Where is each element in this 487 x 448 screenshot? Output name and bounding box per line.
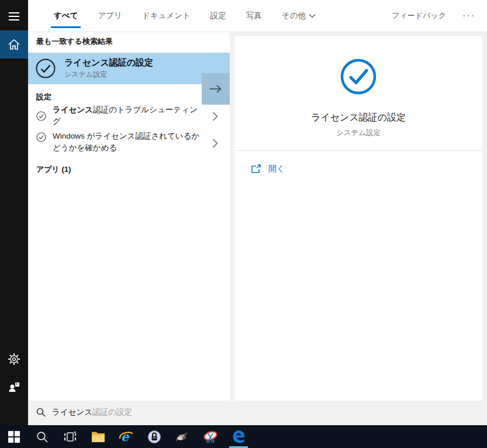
search-flyout-window: すべて アプリ ドキュメント 設定 写真 その他 フィードバック ··· 最も一… [0,0,487,448]
file-explorer-button[interactable] [84,425,112,448]
snipping-tool-button[interactable] [196,425,224,448]
preview-title: ライセンス認証の設定 [311,112,406,124]
more-options-button[interactable]: ··· [462,11,475,21]
task-view-icon [64,431,77,443]
rail-home-button[interactable] [0,30,28,58]
chevron-right-icon [212,139,219,147]
check-circle-icon [36,132,46,142]
best-match-expand-button[interactable] [202,73,230,105]
tab-more[interactable]: その他 [272,0,326,32]
search-input[interactable]: ライセンス認証の設定 [28,404,487,421]
user-account-icon [8,381,20,394]
tab-label: 写真 [246,11,262,21]
search-band: ライセンス認証の設定 [28,401,487,424]
internet-explorer-button[interactable]: e [112,425,140,448]
tab-photos[interactable]: 写真 [236,0,272,32]
tab-bar: すべて アプリ ドキュメント 設定 写真 その他 フィードバック ··· [28,0,487,32]
taskbar-search-button[interactable] [28,425,56,448]
hamburger-icon [8,12,20,21]
search-tabs: すべて アプリ ドキュメント 設定 写真 その他 [28,0,326,32]
check-circle-icon [35,58,56,79]
open-external-icon [251,164,261,174]
preview-pane: ライセンス認証の設定 システム設定 開く [234,36,482,401]
results-column: 最も一致する検索結果 ライセンス認証の設定 システム設定 設定 ライセンス認証の… [28,32,230,401]
tab-label: アプリ [98,11,122,21]
result-activation-troubleshooting[interactable]: ライセンス認証のトラブルシューティング [28,107,230,125]
start-button[interactable] [0,425,28,448]
best-match-title: ライセンス認証の設定 [64,57,153,68]
check-circle-large-icon [340,58,377,95]
matched-text: ライセンス [53,105,93,114]
preview-summary: ライセンス認証の設定 システム設定 [234,36,482,151]
best-match-texts: ライセンス認証の設定 システム設定 [64,57,153,80]
internet-explorer-icon: e [119,430,134,444]
search-icon [36,431,48,443]
edge-icon [231,429,246,444]
tab-settings[interactable]: 設定 [201,0,236,32]
open-button[interactable]: 開く [251,164,285,174]
open-label: 開く [268,164,285,174]
settings-section-header: 設定 [36,92,51,102]
search-query: ライセンス認証の設定 [52,407,132,418]
tab-label: ドキュメント [142,11,191,21]
arrow-right-icon [209,84,222,94]
result-label: ライセンス認証のトラブルシューティング [53,104,202,127]
tab-label: すべて [54,11,78,21]
best-match-subtitle: システム設定 [64,70,153,80]
tabbar-right: フィードバック ··· [392,11,487,21]
home-icon [7,37,21,51]
gimp-button[interactable] [168,425,196,448]
windows-logo-icon [8,431,20,443]
snipping-tool-icon [203,430,218,444]
feedback-button[interactable]: フィードバック [392,11,446,21]
tab-documents[interactable]: ドキュメント [132,0,201,32]
hamburger-menu-button[interactable] [0,2,28,30]
preview-subtitle: システム設定 [336,128,381,138]
rail-settings-button[interactable] [0,345,28,373]
tab-label: その他 [282,11,306,21]
typed-query: ライセンス [52,408,92,416]
best-match-result[interactable]: ライセンス認証の設定 システム設定 [28,53,230,84]
tab-all[interactable]: すべて [44,0,88,32]
result-check-windows-activated[interactable]: Windows がライセンス認証されているかどうかを確かめる [28,129,230,157]
rail-account-button[interactable] [0,373,28,401]
tab-apps[interactable]: アプリ [88,0,132,32]
search-icon [36,408,46,417]
tab-label: 設定 [210,11,226,21]
keepass-button[interactable] [140,425,168,448]
lock-icon [147,430,161,444]
edge-button[interactable] [224,425,253,448]
gear-icon [8,353,20,366]
task-view-button[interactable] [56,425,84,448]
result-label: Windows がライセンス認証されているかどうかを確かめる [53,130,202,153]
gimp-icon [175,430,190,443]
taskbar: e [0,425,487,448]
apps-section-header: アプリ (1) [36,164,71,175]
chevron-right-icon [212,112,219,120]
check-circle-icon [36,111,46,121]
left-rail [0,0,28,425]
best-match-header: 最も一致する検索結果 [36,36,113,47]
query-suggestion: 認証の設定 [92,408,132,416]
file-explorer-icon [91,431,105,443]
chevron-down-icon [309,13,316,18]
